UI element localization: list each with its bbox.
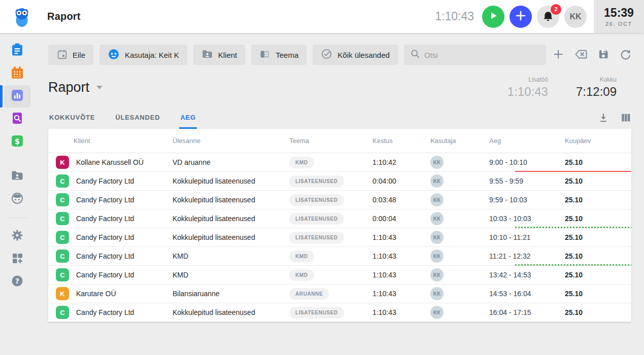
time-range: 10:10 - 11:21 xyxy=(482,233,561,241)
filter-chip-label: Teema xyxy=(276,51,298,59)
client-name: Candy Factory Ltd xyxy=(76,271,134,279)
clear-filters-button[interactable] xyxy=(574,48,588,62)
user-face-icon xyxy=(108,48,120,62)
summary-value: 1:10:43 xyxy=(507,85,548,99)
table-row[interactable]: C Candy Factory Ltd Kokkulepitud lisatee… xyxy=(48,303,631,322)
filter-bar: Eile Kasutaja: Keit K xyxy=(48,45,631,65)
summary-label: Kokku xyxy=(600,76,617,83)
app-logo-owl-icon xyxy=(12,6,32,27)
time-entries-table: Klient Ülesanne Teema Kestus Kasutaja Ae… xyxy=(48,129,631,322)
sidebar-item-apps[interactable] xyxy=(4,248,30,270)
sidebar-item-clients[interactable] xyxy=(4,165,30,188)
client-cell: C Candy Factory Ltd xyxy=(48,174,173,188)
table-row[interactable]: K Kollane Karussell OÜ VD aruanne KMD 1:… xyxy=(48,153,631,172)
columns-button[interactable] xyxy=(620,112,631,125)
filter-chip-date[interactable]: Eile xyxy=(48,45,93,65)
task-name: KMD xyxy=(173,271,289,279)
date-value: 25.10 xyxy=(561,233,631,241)
refresh-button[interactable] xyxy=(619,48,631,62)
tab-kokkuvote[interactable]: KOKKUVÕTE xyxy=(48,114,96,129)
date-value: 25.10 xyxy=(561,308,631,316)
download-button[interactable] xyxy=(598,112,609,125)
client-avatar: C xyxy=(56,250,69,263)
client-avatar: C xyxy=(56,306,69,319)
sidebar-item-calendar[interactable] xyxy=(4,62,30,85)
tab-ulesanded[interactable]: ÜLESANDED xyxy=(114,114,161,129)
filter-actions xyxy=(552,48,631,62)
client-cell: C Candy Factory Ltd xyxy=(48,250,173,263)
add-entry-button[interactable] xyxy=(510,6,532,28)
filter-chip-client[interactable]: Klient xyxy=(193,45,246,65)
date-value: 25.10 xyxy=(561,158,631,166)
play-button[interactable] xyxy=(482,6,504,28)
notifications-button[interactable]: 2 xyxy=(537,6,559,28)
columns-icon xyxy=(620,112,631,125)
search-box[interactable] xyxy=(404,45,546,65)
client-name: Candy Factory Ltd xyxy=(76,252,134,260)
client-avatar: C xyxy=(56,193,69,206)
topic-badge: LISATEENUSED xyxy=(289,194,344,206)
add-filter-button[interactable] xyxy=(552,48,564,62)
client-cell: C Candy Factory Ltd xyxy=(48,193,173,206)
report-title-dropdown[interactable]: Raport xyxy=(48,80,103,95)
client-avatar: C xyxy=(56,231,69,244)
client-name: Kollane Karussell OÜ xyxy=(76,158,144,166)
table-row[interactable]: K Karutare OÜ Bilansiaruanne ARUANNE 1:1… xyxy=(48,285,631,303)
svg-text:$: $ xyxy=(15,137,20,146)
chevron-down-icon xyxy=(96,86,103,89)
duration-value: 0:00:04 xyxy=(370,215,426,223)
filter-chip-topic[interactable]: Teema xyxy=(251,45,307,65)
client-cell: K Karutare OÜ xyxy=(48,287,173,300)
user-avatar[interactable]: KK xyxy=(564,6,587,28)
duration-value: 1:10:43 xyxy=(370,271,426,279)
sidebar-item-settings[interactable] xyxy=(4,225,30,247)
filter-chip-label: Kasutaja: Keit K xyxy=(125,51,179,59)
tab-aeg[interactable]: AEG xyxy=(179,114,197,129)
sidebar-item-profile[interactable] xyxy=(4,188,30,210)
duration-value: 0:03:48 xyxy=(370,196,426,204)
client-name: Candy Factory Ltd xyxy=(76,215,134,223)
sidebar-item-search[interactable] xyxy=(4,108,30,130)
topic-cell: LISATEENUSED xyxy=(289,232,370,243)
client-avatar: K xyxy=(56,287,69,300)
date-value: 25.10 xyxy=(561,290,631,298)
table-row[interactable]: C Candy Factory Ltd KMD KMD 1:10:43 KK 1… xyxy=(48,247,631,266)
client-folder-icon xyxy=(201,48,213,61)
download-icon xyxy=(598,112,609,125)
duration-value: 1:10:43 xyxy=(370,252,426,260)
table-row[interactable]: C Candy Factory Ltd Kokkulepitud lisatee… xyxy=(48,209,631,228)
user-cell: KK xyxy=(426,306,482,319)
sidebar-item-tasks[interactable] xyxy=(4,40,30,62)
topic-badge: ARUANNE xyxy=(289,288,329,300)
sidebar-item-billing[interactable]: $ xyxy=(4,131,30,153)
topic-cell: LISATEENUSED xyxy=(289,213,370,225)
search-document-icon xyxy=(10,111,24,127)
sidebar-item-reports[interactable] xyxy=(4,85,30,108)
topic-cell: KMD xyxy=(289,251,370,262)
table-row[interactable]: C Candy Factory Ltd Kokkulepitud lisatee… xyxy=(48,191,631,209)
check-circle-icon xyxy=(321,48,332,61)
column-header: Aeg xyxy=(482,137,561,145)
client-name: Candy Factory Ltd xyxy=(76,308,134,316)
table-row[interactable]: C Candy Factory Ltd Kokkulepitud lisatee… xyxy=(48,228,631,247)
save-filter-button[interactable] xyxy=(597,48,609,62)
filter-chip-user[interactable]: Kasutaja: Keit K xyxy=(99,45,187,65)
topbar: Raport 1:10:43 2 KK 15:39 26. OCT xyxy=(0,0,644,33)
clock-widget: 15:39 26. OCT xyxy=(594,0,644,33)
row-user-avatar: KK xyxy=(430,231,444,244)
filter-chip-task-status[interactable]: Kõik ülesanded xyxy=(313,45,398,65)
play-icon xyxy=(489,11,498,22)
search-input[interactable] xyxy=(424,51,540,59)
table-row[interactable]: C Candy Factory Ltd Kokkulepitud lisatee… xyxy=(48,172,631,191)
sidebar-item-help[interactable]: ? xyxy=(4,271,30,293)
plus-icon xyxy=(515,10,526,23)
topic-badge: KMD xyxy=(289,269,314,281)
help-icon: ? xyxy=(11,274,24,290)
client-name: Karutare OÜ xyxy=(76,290,116,298)
task-name: Bilansiaruanne xyxy=(173,290,289,298)
table-row[interactable]: C Candy Factory Ltd KMD KMD 1:10:43 KK 1… xyxy=(48,266,631,285)
task-name: VD aruanne xyxy=(173,158,289,166)
filter-chip-label: Kõik ülesanded xyxy=(337,51,390,59)
time-range: 10:03 - 10:03 xyxy=(482,215,561,223)
report-head: Raport Lisatöö 1:10:43 Kokku 7:12:09 xyxy=(48,76,631,99)
